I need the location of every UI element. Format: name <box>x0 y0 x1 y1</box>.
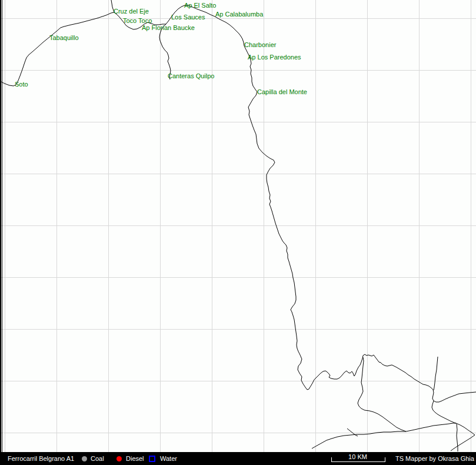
coal-legend-label: Coal <box>91 452 104 465</box>
route-title: Ferrocarril Belgrano A1 <box>8 452 74 465</box>
rail-line-shallow-line-east <box>406 423 456 431</box>
ts-mapper-window: Cruz del EjeToco TocoAp El SaltoLos Sauc… <box>0 0 476 465</box>
rail-line-vertical-spur-north <box>434 357 438 390</box>
water-legend-label: Water <box>160 452 177 465</box>
station-label: Soto <box>15 81 28 88</box>
rail-line-quilpo-branch <box>159 24 171 79</box>
station-label: Capilla del Monte <box>257 89 307 95</box>
rail-line-right-connector <box>432 401 456 423</box>
rail-line-shallow-line-west <box>312 431 406 449</box>
station-label: Ap Florian Baucke <box>142 25 195 31</box>
coal-legend-icon <box>82 452 87 465</box>
water-legend-icon <box>149 452 155 465</box>
station-label: Ap Los Paredones <box>248 54 301 61</box>
rail-line-vertical-from-junction-b <box>457 424 458 451</box>
station-label: Ap El Salto <box>184 2 216 9</box>
diesel-legend-icon <box>116 452 122 465</box>
station-label: Canteras Quilpo <box>168 73 215 79</box>
credit-text: TS Mapper by Okrasa Ghia <box>395 452 474 465</box>
station-label: Ap Calabalumba <box>215 11 263 18</box>
station-label: Tabaquillo <box>49 35 79 41</box>
diesel-legend-label: Diesel <box>126 452 144 465</box>
scale-label: 10 KM <box>348 453 367 460</box>
status-bar: Ferrocarril Belgrano A1 Coal Diesel Wate… <box>0 452 476 465</box>
rail-line-main-line-south <box>166 5 476 402</box>
station-label: Los Sauces <box>171 14 205 21</box>
station-label: Cruz del Eje <box>114 8 149 15</box>
station-label: Toco Toco <box>123 18 152 24</box>
map-canvas[interactable]: Cruz del EjeToco TocoAp El SaltoLos Sauc… <box>0 0 476 452</box>
station-label: Charbonier <box>244 42 276 48</box>
route-map-svg <box>0 0 476 452</box>
